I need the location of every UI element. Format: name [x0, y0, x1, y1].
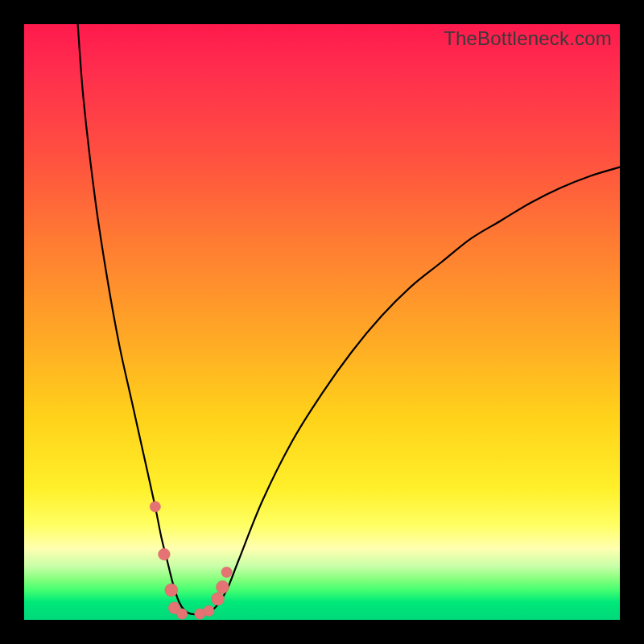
curve-marker — [176, 609, 187, 619]
curve-marker — [204, 605, 214, 616]
chart-frame: TheBottleneck.com — [0, 0, 644, 644]
curve-layer — [24, 24, 620, 620]
curve-markers — [150, 502, 232, 620]
plot-area: TheBottleneck.com — [24, 24, 620, 620]
curve-marker — [216, 580, 229, 593]
curve-marker — [212, 592, 225, 605]
bottleneck-curve — [78, 24, 620, 614]
curve-marker — [159, 548, 171, 560]
curve-marker — [221, 567, 232, 577]
curve-marker — [165, 584, 178, 597]
curve-marker — [150, 502, 160, 512]
